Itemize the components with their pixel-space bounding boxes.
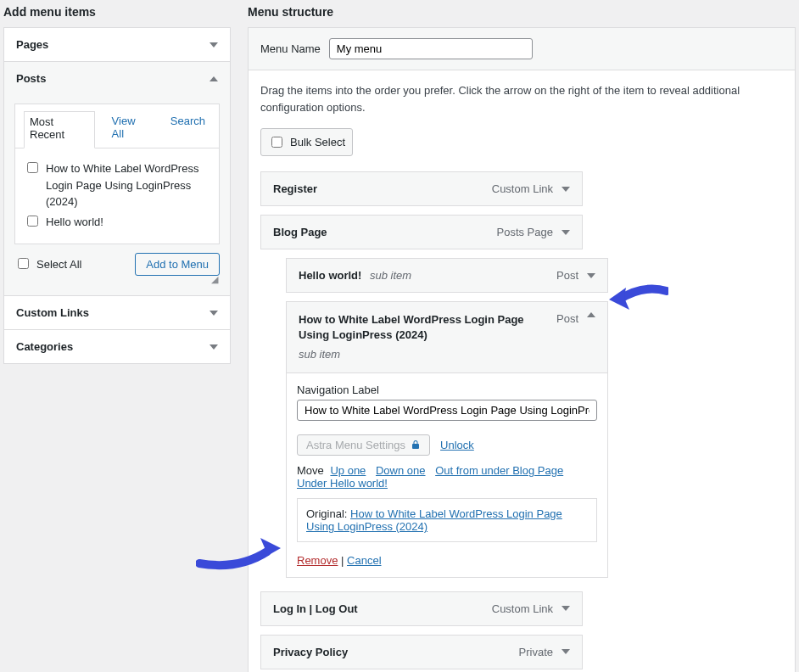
posts-accordion-header[interactable]: Posts <box>4 62 230 95</box>
categories-label: Categories <box>16 340 73 353</box>
lock-icon <box>411 440 421 450</box>
menu-item-register[interactable]: Register Custom Link <box>260 171 583 206</box>
navigation-label-input[interactable] <box>297 400 597 421</box>
menu-item-type: Custom Link <box>492 602 553 615</box>
separator: | <box>341 554 347 567</box>
chevron-down-icon <box>210 344 218 350</box>
menu-item-type: Private <box>519 646 553 658</box>
custom-links-label: Custom Links <box>16 306 89 319</box>
bulk-select-label: Bulk Select <box>290 136 345 148</box>
astra-menu-settings-button[interactable]: Astra Menu Settings <box>297 434 430 456</box>
chevron-down-icon[interactable] <box>562 606 570 611</box>
tab-view-all[interactable]: View All <box>107 111 154 148</box>
chevron-down-icon[interactable] <box>587 273 595 278</box>
menu-item-blog-page[interactable]: Blog Page Posts Page <box>260 215 583 249</box>
add-to-menu-button[interactable]: Add to Menu <box>135 253 220 276</box>
menu-item-type: Post <box>556 312 578 325</box>
menu-item-title: Register <box>273 182 317 195</box>
unlock-link[interactable]: Unlock <box>440 439 474 451</box>
bulk-select-checkbox[interactable] <box>271 137 282 148</box>
chevron-down-icon[interactable] <box>562 649 570 654</box>
post-item-label: How to White Label WordPress Login Page … <box>46 160 210 210</box>
menu-item-title: How to White Label WordPress Login Page … <box>299 313 524 341</box>
remove-link[interactable]: Remove <box>297 554 338 567</box>
menu-name-input[interactable] <box>329 38 533 59</box>
post-checkbox[interactable] <box>27 216 38 227</box>
menu-item-title: Log In | Log Out <box>273 602 358 615</box>
menu-item-type: Post <box>556 269 578 282</box>
post-checkbox[interactable] <box>27 162 38 173</box>
pages-accordion-header[interactable]: Pages <box>4 28 230 61</box>
menu-item-sub: sub item <box>299 347 556 362</box>
select-all-checkbox[interactable] <box>18 258 29 269</box>
add-menu-items-heading: Add menu items <box>3 5 231 19</box>
posts-label: Posts <box>16 72 46 85</box>
menu-item-login-logout[interactable]: Log In | Log Out Custom Link <box>260 591 583 626</box>
chevron-up-icon <box>210 76 218 81</box>
chevron-down-icon[interactable] <box>562 230 570 235</box>
menu-item-type: Custom Link <box>492 182 553 195</box>
navigation-label-label: Navigation Label <box>297 384 597 396</box>
cancel-link[interactable]: Cancel <box>347 554 381 567</box>
tab-most-recent[interactable]: Most Recent <box>24 111 95 148</box>
move-under-link[interactable]: Under Hello world! <box>297 477 388 490</box>
menu-name-label: Menu Name <box>260 42 321 55</box>
instructions-text: Drag the items into the order you prefer… <box>260 82 783 116</box>
chevron-down-icon <box>210 311 218 316</box>
chevron-down-icon[interactable] <box>562 187 570 192</box>
post-checkbox-item[interactable]: How to White Label WordPress Login Page … <box>24 160 210 210</box>
astra-menu-settings-label: Astra Menu Settings <box>306 439 405 451</box>
menu-structure-heading: Menu structure <box>248 5 796 19</box>
menu-item-privacy-policy[interactable]: Privacy Policy Private <box>260 635 583 669</box>
menu-item-title: Privacy Policy <box>273 646 348 658</box>
menu-item-hello-world[interactable]: Hello world! sub item Post <box>286 258 608 293</box>
menu-item-sub: sub item <box>370 269 411 282</box>
menu-item-howto-header[interactable]: How to White Label WordPress Login Page … <box>286 301 608 373</box>
menu-item-title: Blog Page <box>273 226 327 238</box>
move-down-link[interactable]: Down one <box>376 464 426 477</box>
move-label: Move <box>297 464 324 477</box>
chevron-up-icon[interactable] <box>587 312 595 317</box>
menu-frame: Menu Name Drag the items into the order … <box>248 27 796 672</box>
bulk-select-toggle[interactable]: Bulk Select <box>260 128 353 156</box>
categories-accordion-header[interactable]: Categories <box>4 330 230 363</box>
select-all-row[interactable]: Select All <box>14 256 81 273</box>
custom-links-accordion-header[interactable]: Custom Links <box>4 296 230 329</box>
post-checkbox-item[interactable]: Hello world! <box>24 214 210 231</box>
add-menu-accordion: Pages Posts Most Recent View All Search <box>3 27 231 364</box>
chevron-down-icon <box>210 42 218 48</box>
move-out-link[interactable]: Out from under Blog Page <box>435 464 563 477</box>
posts-tabs: Most Recent View All Search How to White… <box>14 104 220 244</box>
move-up-link[interactable]: Up one <box>330 464 366 477</box>
menu-item-title: Hello world! <box>299 269 361 282</box>
post-item-label: Hello world! <box>46 214 103 231</box>
tab-search[interactable]: Search <box>165 111 210 148</box>
original-label: Original: <box>306 507 347 520</box>
pages-label: Pages <box>16 38 48 51</box>
menu-item-type: Posts Page <box>497 226 554 238</box>
menu-item-howto-expanded: How to White Label WordPress Login Page … <box>286 301 608 578</box>
select-all-label: Select All <box>36 256 81 273</box>
